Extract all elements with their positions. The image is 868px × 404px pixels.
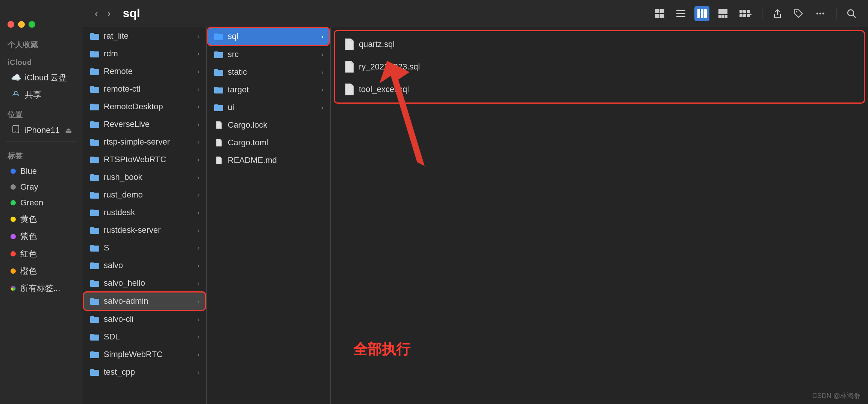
svg-rect-16 — [725, 15, 727, 18]
watermark: CSDN @林鸿群 — [812, 391, 860, 400]
list-item[interactable]: SimpleWebRTC › — [84, 346, 205, 363]
list-item[interactable]: ui › — [208, 99, 329, 116]
chevron-icon: › — [197, 68, 200, 75]
file-browser: rat_lite › rdm › Remote › remote-ctl › R… — [83, 27, 868, 404]
svg-rect-8 — [676, 13, 685, 14]
sidebar-item-shared[interactable]: 共享 — [3, 87, 80, 103]
toolbar: ‹ › sql — [83, 0, 868, 27]
chevron-icon: › — [197, 156, 200, 164]
list-item[interactable]: ReverseLive › — [84, 116, 205, 133]
svg-point-23 — [796, 11, 797, 12]
divider-1 — [762, 8, 762, 20]
svg-rect-9 — [676, 16, 685, 17]
tool-excel-sql-label: tool_excel.sql — [359, 84, 409, 94]
svg-rect-15 — [721, 15, 724, 18]
svg-rect-13 — [718, 9, 727, 14]
divider — [6, 142, 77, 142]
list-view-button[interactable] — [673, 6, 688, 21]
list-item[interactable]: src › — [208, 46, 329, 63]
sql-folder[interactable]: sql › — [208, 28, 329, 45]
chevron-icon: › — [197, 209, 200, 217]
yellow-tag-label: 黄色 — [20, 214, 37, 225]
sidebar-item-green[interactable]: Green — [3, 195, 80, 210]
shared-label: 共享 — [25, 89, 41, 101]
middle-column: sql › src › static › target › ui › — [207, 27, 331, 404]
close-button[interactable] — [8, 21, 14, 28]
toolbar-actions — [652, 6, 859, 21]
svg-rect-18 — [743, 10, 746, 13]
left-column: rat_lite › rdm › Remote › remote-ctl › R… — [83, 27, 207, 404]
cargo-toml-file[interactable]: Cargo.toml — [208, 134, 329, 151]
chevron-icon: › — [197, 121, 200, 128]
list-item[interactable]: rush_book › — [84, 169, 205, 186]
quartz-sql-file[interactable]: quartz.sql — [337, 33, 862, 55]
iphone11-label: iPhone11 — [25, 125, 60, 135]
svg-rect-11 — [701, 9, 703, 18]
grid-view-button[interactable] — [652, 6, 667, 21]
chevron-icon: › — [197, 279, 200, 287]
list-item[interactable]: rdm › — [84, 45, 205, 62]
list-item[interactable]: rust_demo › — [84, 186, 205, 204]
sidebar-item-icloud-drive[interactable]: ☁️ iCloud 云盘 — [3, 69, 80, 86]
list-item[interactable]: SDL › — [84, 328, 205, 345]
sidebar-item-all-tags[interactable]: 所有标签... — [3, 280, 80, 297]
list-item[interactable]: static › — [208, 63, 329, 81]
list-item[interactable]: salvo_hello › — [84, 274, 205, 292]
list-item[interactable]: RTSPtoWebRTC › — [84, 151, 205, 168]
chevron-icon: › — [197, 191, 200, 199]
column-view-button[interactable] — [694, 6, 709, 21]
list-item[interactable]: remote-ctl › — [84, 80, 205, 98]
eject-icon[interactable]: ⏏ — [65, 126, 72, 135]
more-button[interactable] — [812, 6, 829, 21]
red-tag-dot — [11, 251, 16, 256]
list-item[interactable]: salvo-cli › — [84, 311, 205, 328]
chevron-icon: › — [197, 244, 200, 252]
svg-rect-3 — [655, 9, 659, 13]
list-item[interactable]: rustdesk › — [84, 204, 205, 221]
forward-button[interactable]: › — [104, 6, 113, 21]
sidebar-item-orange[interactable]: 橙色 — [3, 263, 80, 279]
svg-rect-19 — [747, 10, 750, 13]
share-button[interactable] — [770, 6, 785, 21]
list-item[interactable]: rat_lite › — [84, 27, 205, 45]
sidebar-item-yellow[interactable]: 黄色 — [3, 211, 80, 228]
divider-2 — [836, 8, 836, 20]
list-item[interactable]: test_cpp › — [84, 363, 205, 381]
list-item[interactable]: RemoteDesktop › — [84, 98, 205, 115]
sidebar-item-iphone11[interactable]: iPhone11 ⏏ — [3, 122, 80, 138]
salvo-admin-folder[interactable]: salvo-admin › — [84, 292, 205, 310]
sidebar-item-blue[interactable]: Blue — [3, 164, 80, 179]
cargo-lock-file[interactable]: Cargo.lock — [208, 116, 329, 134]
gallery-button[interactable] — [736, 6, 755, 21]
chevron-icon: › — [321, 86, 324, 94]
search-button[interactable] — [844, 6, 859, 21]
icloud-drive-label: iCloud 云盘 — [25, 72, 67, 83]
ry-sql-file[interactable]: ry_20230223.sql — [337, 56, 862, 78]
zoom-button[interactable] — [29, 21, 35, 28]
yellow-tag-dot — [11, 217, 16, 222]
list-item[interactable]: rustdesk-server › — [84, 222, 205, 239]
svg-point-24 — [817, 12, 818, 14]
readme-file[interactable]: README.md — [208, 152, 329, 169]
list-item[interactable]: salvo › — [84, 257, 205, 274]
list-item[interactable]: target › — [208, 81, 329, 98]
quartz-sql-label: quartz.sql — [359, 39, 395, 49]
tool-excel-sql-file[interactable]: tool_excel.sql — [337, 78, 862, 100]
chevron-icon: › — [197, 32, 200, 40]
purple-tag-label: 紫色 — [20, 231, 37, 242]
tag-button[interactable] — [791, 6, 806, 21]
svg-rect-22 — [747, 14, 750, 17]
orange-tag-dot — [11, 268, 16, 274]
svg-rect-17 — [739, 10, 742, 13]
list-item[interactable]: S › — [84, 239, 205, 256]
cover-flow-button[interactable] — [715, 6, 730, 21]
list-item[interactable]: Remote › — [84, 63, 205, 80]
svg-rect-21 — [743, 14, 746, 17]
sidebar-item-red[interactable]: 红色 — [3, 246, 80, 262]
back-button[interactable]: ‹ — [92, 6, 101, 21]
sidebar-item-purple[interactable]: 紫色 — [3, 228, 80, 245]
sidebar-item-gray[interactable]: Gray — [3, 179, 80, 194]
minimize-button[interactable] — [18, 21, 25, 28]
list-item[interactable]: rtsp-simple-server › — [84, 133, 205, 151]
blue-tag-label: Blue — [20, 166, 37, 176]
